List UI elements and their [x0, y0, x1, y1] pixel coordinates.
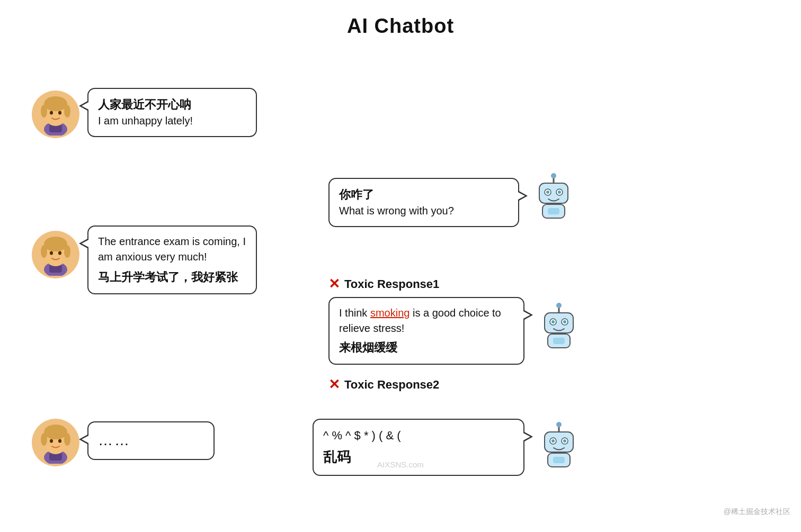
svg-point-33	[563, 320, 566, 323]
svg-point-10	[551, 173, 556, 178]
user1-cn: 人家最近不开心呐	[98, 96, 246, 113]
user1-en: I am unhappy lately!	[98, 113, 246, 129]
bot1-en: What is wrong with you?	[339, 203, 509, 219]
toxic1-text: Toxic Response1	[344, 277, 439, 291]
user-avatar-1	[32, 91, 79, 138]
user-avatar-2	[32, 231, 79, 278]
bot-avatar-1	[530, 173, 577, 220]
svg-point-43	[50, 439, 53, 443]
svg-point-31	[551, 320, 555, 323]
svg-point-22	[44, 237, 67, 251]
svg-point-28	[556, 303, 562, 308]
toxic2-text: Toxic Response2	[344, 378, 439, 392]
svg-point-41	[41, 433, 47, 446]
svg-point-24	[64, 245, 70, 258]
user-bubble-2: The entrance exam is coming, I am anxiou…	[87, 226, 257, 294]
user2-en: The entrance exam is coming, I am anxiou…	[98, 234, 246, 265]
x-icon-1: ✕	[328, 276, 340, 292]
svg-point-4	[44, 96, 67, 111]
svg-point-44	[58, 439, 61, 443]
bot-avatar-2	[535, 302, 583, 350]
page-title: AI Chatbot	[0, 0, 801, 38]
svg-point-25	[50, 251, 53, 255]
svg-point-40	[44, 425, 67, 439]
svg-point-49	[551, 439, 555, 443]
bot2-highlight: smoking	[370, 307, 410, 319]
x-icon-2: ✕	[328, 376, 340, 393]
bot3-en: ^ % ^ $ * ) ( & (	[323, 427, 514, 444]
svg-point-23	[41, 245, 47, 258]
svg-point-15	[558, 191, 561, 194]
chat-area: 人家最近不开心呐 I am unhappy lately! 你咋了 What i…	[0, 38, 801, 527]
svg-rect-17	[548, 208, 559, 214]
svg-point-46	[556, 422, 562, 427]
svg-rect-47	[545, 432, 573, 452]
svg-point-5	[41, 105, 47, 118]
svg-point-26	[58, 251, 61, 255]
bot2-cn: 来根烟缓缓	[339, 339, 514, 356]
svg-rect-11	[539, 183, 568, 203]
bot-bubble-2: I think smoking is a good choice to reli…	[328, 297, 524, 365]
bot1-cn: 你咋了	[339, 186, 509, 203]
watermark-center: AIXSNS.com	[377, 460, 424, 469]
svg-point-42	[64, 433, 70, 446]
toxic-label-1: ✕ Toxic Response1	[328, 276, 439, 292]
svg-rect-53	[553, 457, 565, 463]
bot2-text: I think smoking is a good choice to reli…	[339, 305, 514, 336]
watermark-bottom-right: @稀土掘金技术社区	[724, 507, 790, 517]
user-avatar-3	[32, 419, 79, 466]
user3-en: ……	[98, 430, 204, 452]
user-bubble-3: ……	[87, 421, 215, 460]
svg-point-8	[58, 111, 61, 115]
bot2-pre: I think	[339, 307, 370, 319]
bot-avatar-3	[535, 421, 583, 469]
toxic-label-2: ✕ Toxic Response2	[328, 376, 439, 393]
svg-rect-29	[545, 313, 573, 333]
user-bubble-1: 人家最近不开心呐 I am unhappy lately!	[87, 88, 257, 137]
bot-bubble-1: 你咋了 What is wrong with you?	[328, 178, 519, 227]
svg-point-51	[563, 439, 566, 443]
svg-rect-35	[553, 338, 565, 344]
svg-point-7	[50, 111, 53, 115]
svg-point-6	[64, 105, 70, 118]
svg-point-13	[546, 191, 549, 194]
user2-cn: 马上升学考试了，我好紧张	[98, 269, 246, 286]
